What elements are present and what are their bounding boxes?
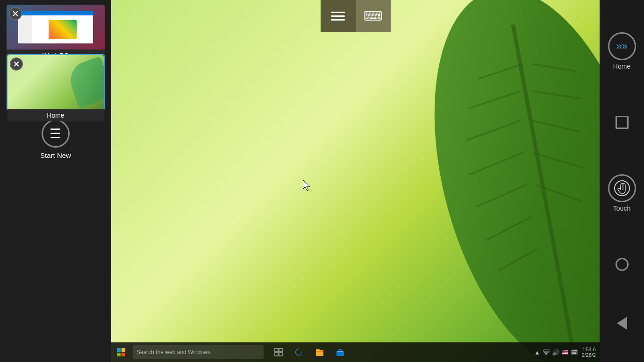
taskbar-right-area: ▲ 🔊 bbox=[534, 347, 600, 358]
svg-rect-37 bbox=[574, 350, 575, 351]
main-content: ⌨ Search the web and Windows bbox=[111, 0, 600, 362]
home-card[interactable]: Home bbox=[7, 54, 105, 110]
start-new-icon: ☰ bbox=[42, 120, 70, 148]
taskbar-search-placeholder: Search the web and Windows bbox=[136, 349, 211, 355]
leaf-graphic bbox=[343, 0, 600, 362]
android-home-button[interactable] bbox=[615, 258, 629, 271]
svg-rect-33 bbox=[562, 350, 565, 353]
network-icon[interactable] bbox=[543, 349, 550, 355]
taskbar-search-box[interactable]: Search the web and Windows bbox=[133, 345, 264, 359]
svg-rect-43 bbox=[575, 352, 576, 353]
right-sidebar: »» Home Touch bbox=[600, 0, 644, 362]
home-circle-icon: »» bbox=[608, 32, 636, 60]
home-button-label: Home bbox=[613, 63, 630, 70]
touch-circle-icon bbox=[608, 174, 636, 202]
taskbar-system-icons: ▲ 🔊 bbox=[534, 349, 578, 355]
svg-rect-35 bbox=[572, 350, 573, 351]
task-view-icon bbox=[274, 348, 283, 356]
back-triangle-icon bbox=[617, 317, 627, 330]
file-explorer-button[interactable] bbox=[310, 342, 329, 362]
touch-button[interactable]: Touch bbox=[608, 174, 636, 212]
keyboard-icon: ⌨ bbox=[364, 8, 382, 24]
svg-rect-30 bbox=[562, 353, 568, 353]
taskbar-time: 1:54 6 9/28/2 bbox=[581, 347, 596, 358]
work-pc-card[interactable]: Work PC bbox=[7, 5, 105, 50]
menu-toolbar-button[interactable] bbox=[321, 0, 356, 32]
svg-rect-42 bbox=[574, 352, 575, 353]
windows-taskbar: Search the web and Windows bbox=[111, 342, 600, 362]
svg-rect-15 bbox=[275, 348, 278, 352]
back-button[interactable] bbox=[617, 317, 627, 330]
svg-rect-41 bbox=[573, 352, 574, 353]
task-view-button[interactable] bbox=[269, 342, 288, 362]
close-work-pc-button[interactable] bbox=[9, 7, 22, 20]
edge-browser-button[interactable] bbox=[290, 342, 308, 362]
touch-button-label: Touch bbox=[613, 205, 630, 212]
top-toolbar: ⌨ bbox=[321, 0, 391, 32]
menu-icon bbox=[331, 12, 345, 21]
svg-rect-44 bbox=[572, 353, 576, 354]
svg-rect-40 bbox=[572, 352, 573, 353]
taskbar-apps bbox=[269, 342, 350, 362]
windows-logo-icon bbox=[117, 348, 125, 356]
svg-rect-36 bbox=[573, 350, 574, 351]
svg-rect-31 bbox=[562, 353, 568, 354]
svg-rect-16 bbox=[279, 348, 282, 352]
volume-icon[interactable]: 🔊 bbox=[552, 349, 559, 355]
recent-apps-button[interactable] bbox=[615, 116, 629, 129]
svg-rect-17 bbox=[275, 353, 278, 356]
svg-rect-18 bbox=[279, 353, 282, 356]
svg-rect-20 bbox=[316, 349, 320, 351]
home-card-label: Home bbox=[7, 109, 104, 121]
desktop-background[interactable] bbox=[111, 0, 600, 362]
keyboard-layout-icon[interactable] bbox=[571, 349, 578, 355]
svg-rect-38 bbox=[575, 350, 576, 351]
left-sidebar: Work PC Home ☰ Start New bbox=[0, 0, 111, 362]
svg-rect-32 bbox=[562, 354, 568, 355]
circle-icon bbox=[615, 258, 629, 271]
start-new-label: Start New bbox=[40, 151, 71, 159]
start-button[interactable] bbox=[111, 342, 131, 362]
svg-point-0 bbox=[396, 0, 600, 362]
close-home-button[interactable] bbox=[10, 57, 23, 71]
square-icon bbox=[615, 116, 629, 129]
up-arrow-icon[interactable]: ▲ bbox=[534, 349, 540, 355]
keyboard-toolbar-button[interactable]: ⌨ bbox=[356, 0, 391, 32]
svg-rect-39 bbox=[576, 350, 577, 351]
start-new-button[interactable]: ☰ Start New bbox=[40, 120, 71, 159]
store-icon bbox=[336, 348, 345, 357]
store-button[interactable] bbox=[331, 342, 350, 362]
edge-icon bbox=[294, 348, 304, 357]
file-explorer-icon bbox=[315, 348, 324, 357]
language-icon[interactable] bbox=[562, 349, 568, 355]
home-button[interactable]: »» Home bbox=[608, 32, 636, 70]
